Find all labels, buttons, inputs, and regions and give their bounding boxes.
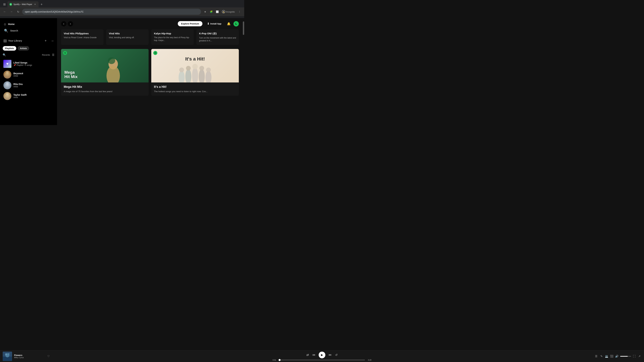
screenshot-button[interactable]: ⬜ [214, 9, 220, 14]
extensions-button[interactable]: 🧩 [208, 9, 214, 14]
taylor-head [6, 92, 8, 95]
incognito-badge[interactable]: 🕵 Incognito [220, 9, 236, 14]
main-content: ‹ › Explore Premium ⬇ Install App 🔔 L Vi… [57, 18, 243, 125]
taylor-swift-info: Taylor Swift Artist [14, 93, 54, 98]
bookmark-button[interactable]: ★ [202, 9, 208, 14]
heart-icon: ♥ [6, 62, 8, 66]
recents-label[interactable]: Recents [8, 54, 50, 56]
scrollbar-track[interactable] [243, 18, 244, 125]
taylor-silhouette [4, 94, 10, 100]
explore-premium-button[interactable]: Explore Premium [178, 21, 202, 26]
user-avatar[interactable]: L [234, 21, 239, 26]
beyonce-silhouette [4, 72, 10, 79]
svg-point-3 [178, 71, 185, 82]
card-desc-viral-hits: Viral, trending and taking off. [109, 36, 146, 39]
taylor-swift-name: Taylor Swift [14, 93, 54, 96]
its-a-hit-text: It's a Hit! [185, 56, 205, 62]
card-kalye-hip-hop[interactable]: Kalye Hip-Hop The place for the very bes… [151, 29, 194, 45]
cards-grid-row1: Viral Hits Philippines Viral sa Pinas! C… [61, 29, 239, 45]
library-list: ♥ Liked Songs 📌 Playlist • 5 songs [0, 58, 57, 125]
home-icon: ⌂ [4, 22, 6, 26]
more-button[interactable]: ⋮ [237, 9, 242, 14]
back-button[interactable]: ← [2, 9, 8, 14]
svg-point-10 [200, 66, 204, 70]
library-item-rita-ora[interactable]: Rita Ora Artist [1, 80, 56, 91]
sidebar: ⌂ Home 🔍 Search ▤ Your Library + → Playl… [0, 18, 57, 125]
rita-ora-type: Artist [14, 85, 18, 88]
forward-button[interactable]: → [9, 9, 14, 14]
mega-hit-title: Mega Hit Mix [64, 85, 146, 89]
liked-songs-avatar: ♥ [3, 60, 12, 68]
browser-chrome: ⊞ S Spotify – Web Player ✕ + ← → ↻ open.… [0, 0, 244, 18]
url-text: open.spotify.com/section/0JQ5DAnM3wGh0gz… [25, 10, 84, 13]
svg-point-7 [192, 67, 198, 82]
list-view-icon[interactable]: ☰ [52, 53, 54, 56]
card-title-viral-hits-ph: Viral Hits Philippines [64, 32, 101, 35]
group-svg [151, 49, 239, 82]
filter-artists[interactable]: Artists [18, 46, 29, 51]
mega-hit-text: MegaHit Mix [64, 70, 78, 79]
card-title-kalye: Kalye Hip-Hop [154, 32, 191, 35]
card-kpop[interactable]: K-Pop ON! (온) Turn on the movement with … [196, 29, 239, 45]
install-app-button[interactable]: ⬇ Install App [204, 21, 224, 27]
rita-figure [3, 81, 12, 89]
filter-playlists[interactable]: Playlists [3, 46, 16, 51]
card-its-a-hit[interactable]: S [151, 49, 239, 96]
library-add-button[interactable]: + [43, 38, 48, 43]
sidebar-item-search[interactable]: 🔍 Search [2, 27, 55, 34]
its-a-hit-desc: The hottest songs you need to listen to … [154, 90, 236, 93]
beyonce-type: Artist [14, 75, 18, 77]
its-a-hit-body: It's a Hit! The hottest songs you need t… [151, 82, 239, 96]
rita-head [6, 82, 8, 84]
tab-switcher-button[interactable]: ⊞ [2, 2, 7, 7]
beyonce-sub: Artist [14, 75, 54, 77]
card-title-kpop: K-Pop ON! (온) [199, 32, 236, 35]
tab-bar: ⊞ S Spotify – Web Player ✕ + [0, 0, 244, 7]
home-label: Home [8, 23, 14, 25]
library-item-beyonce[interactable]: Beyoncé Artist [1, 69, 56, 80]
nav-bar: ← → ↻ open.spotify.com/section/0JQ5DAnM3… [0, 7, 244, 16]
beyonce-figure [3, 70, 12, 79]
taylor-swift-type: Artist [14, 96, 18, 98]
nav-icons: ★ 🧩 ⬜ 🕵 Incognito ⋮ [202, 9, 242, 14]
taylor-figure [3, 92, 12, 100]
address-bar[interactable]: open.spotify.com/section/0JQ5DAnM3wGh0gz… [22, 9, 201, 15]
card-desc-kpop: Turn on the movement with the latest and… [199, 36, 236, 42]
mega-hit-body: Mega Hit Mix A mega mix of 75 favorites … [61, 82, 148, 96]
library-expand-button[interactable]: → [50, 38, 55, 43]
nav-forward-button[interactable]: › [68, 21, 73, 26]
sidebar-item-home[interactable]: ⌂ Home [2, 21, 55, 27]
incognito-icon: 🕵 [222, 10, 225, 13]
rita-ora-name: Rita Ora [14, 83, 54, 85]
notifications-button[interactable]: 🔔 [226, 21, 232, 26]
tab-close-button[interactable]: ✕ [34, 3, 36, 6]
filter-row: Playlists Artists [0, 45, 57, 52]
install-app-label: Install App [210, 22, 221, 25]
svg-point-2 [108, 57, 115, 64]
search-label: Search [10, 29, 18, 32]
svg-point-6 [186, 66, 191, 70]
card-viral-hits-ph[interactable]: Viral Hits Philippines Viral sa Pinas! C… [61, 29, 104, 45]
beyonce-name: Beyoncé [14, 72, 54, 75]
library-item-taylor-swift[interactable]: Taylor Swift Artist [1, 91, 56, 101]
scrollbar-thumb[interactable] [243, 21, 244, 35]
nav-back-button[interactable]: ‹ [61, 21, 66, 26]
mega-hit-image: S MegaHit Mix [61, 49, 148, 82]
rita-ora-sub: Artist [14, 85, 54, 88]
search-small-icon[interactable]: 🔍 [3, 53, 6, 56]
nav-arrows: ‹ › [61, 21, 73, 26]
pin-icon: 📌 [14, 64, 16, 66]
beyonce-avatar [3, 70, 12, 79]
cards-grid-row2: S MegaHit Mix Mega Hit Mix A mega mix of… [61, 49, 239, 96]
active-tab[interactable]: S Spotify – Web Player ✕ [8, 1, 38, 7]
liked-songs-count: 5 songs [25, 64, 32, 66]
search-icon: 🔍 [4, 29, 8, 33]
refresh-button[interactable]: ↻ [16, 9, 21, 14]
card-viral-hits[interactable]: Viral Hits Viral, trending and taking of… [106, 29, 148, 45]
svg-point-8 [192, 64, 198, 69]
liked-songs-type: Playlist [16, 64, 23, 66]
library-item-liked-songs[interactable]: ♥ Liked Songs 📌 Playlist • 5 songs [1, 58, 56, 69]
download-icon: ⬇ [207, 22, 209, 25]
card-mega-hit-mix[interactable]: S MegaHit Mix Mega Hit Mix A mega mix of… [61, 49, 148, 96]
new-tab-button[interactable]: + [39, 2, 44, 7]
